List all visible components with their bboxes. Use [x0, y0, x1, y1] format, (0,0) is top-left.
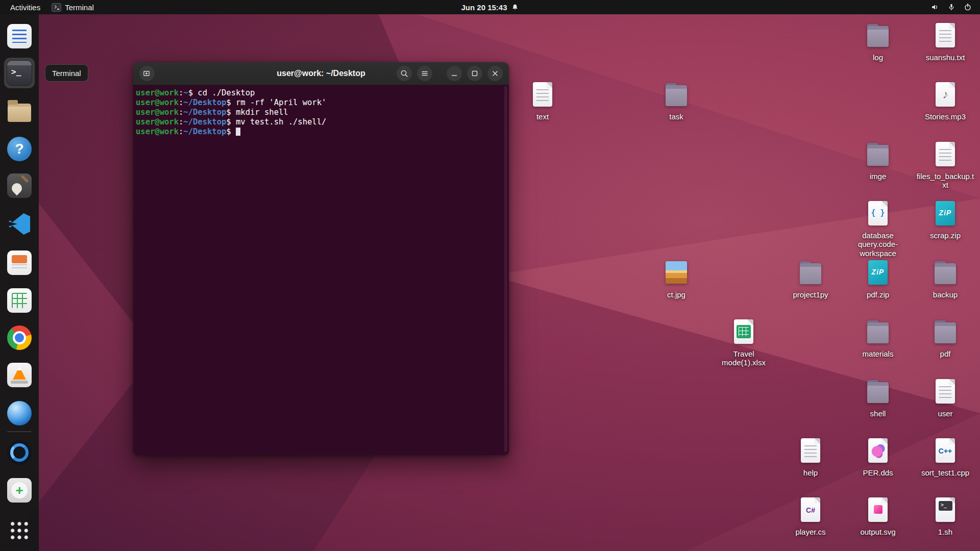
- prompt-separator: :: [179, 117, 183, 127]
- desktop-icon-text[interactable]: text: [512, 81, 573, 121]
- terminal-icon: [52, 3, 61, 12]
- blue-sphere-app-icon: [7, 401, 32, 425]
- terminal-window[interactable]: user@work: ~/Desktop us: [133, 62, 509, 455]
- desktop-icon-sort-test1-cpp[interactable]: C++sort_test1.cpp: [915, 437, 976, 477]
- dock-item-blue-ring-app[interactable]: [4, 437, 35, 468]
- prompt-separator: :: [179, 88, 183, 97]
- terminal-line: user@work:~/Desktop$: [136, 127, 502, 137]
- desktop-icon-user[interactable]: user: [915, 378, 976, 418]
- dock-item-app-grid[interactable]: [4, 515, 35, 546]
- prompt-user: user@work: [136, 108, 179, 117]
- prompt-symbol: $: [226, 117, 236, 127]
- desktop-icon-label: project1py: [793, 290, 828, 299]
- image-file-icon: [662, 259, 691, 288]
- system-status-area[interactable]: [931, 3, 980, 11]
- desktop-icon-per-dds[interactable]: PER.dds: [847, 437, 909, 477]
- desktop-icon-label: text: [536, 112, 549, 121]
- desktop-icon-database-query-code-workspace[interactable]: { }database query.code-workspace: [847, 200, 909, 258]
- dock-item-libreoffice-impress[interactable]: [4, 247, 35, 278]
- desktop-icon-project1py[interactable]: project1py: [780, 259, 841, 299]
- desktop-icon-label: Stories.mp3: [925, 112, 966, 121]
- zip-archive-icon: ZiP: [930, 200, 960, 229]
- desktop-icon-help[interactable]: help: [780, 437, 841, 477]
- dock-item-libreoffice-calc[interactable]: [4, 285, 35, 316]
- prompt-symbol: $: [226, 98, 236, 107]
- desktop-icon-player-cs[interactable]: C#player.cs: [780, 496, 841, 536]
- dock-item-vscode[interactable]: [4, 209, 35, 239]
- prompt-user: user@work: [136, 88, 179, 97]
- menu-button[interactable]: [417, 66, 432, 81]
- dock-item-chrome[interactable]: [4, 322, 35, 353]
- terminal-command: mkdir shell: [236, 108, 288, 117]
- help-icon: ?: [7, 137, 32, 161]
- desktop-icon-suanshu-txt[interactable]: suanshu.txt: [915, 22, 976, 62]
- desktop-icon-task[interactable]: task: [646, 81, 707, 121]
- software-center-glyph: +: [7, 478, 32, 503]
- spreadsheet-file-icon: [729, 318, 758, 347]
- dds-image-file-icon: [863, 437, 893, 466]
- clock-menu[interactable]: Jun 20 15:43: [461, 0, 519, 14]
- desktop-icon-scrap-zip[interactable]: ZiPscrap.zip: [915, 200, 976, 240]
- desktop-icon-label: scrap.zip: [930, 231, 961, 240]
- desktop-icon-label: output.svg: [860, 528, 895, 536]
- desktop-icon-label: ct.jpg: [667, 290, 685, 299]
- cpp-source-file-icon: C++: [930, 437, 960, 466]
- terminal-line: user@work:~/Desktop$ mv test.sh ./shell/: [136, 117, 502, 127]
- desktop-icon-1-sh[interactable]: >_1.sh: [915, 496, 976, 536]
- desktop-icon-materials[interactable]: materials: [847, 318, 909, 358]
- desktop-icon-stories-mp3[interactable]: ♪Stories.mp3: [915, 81, 976, 121]
- desktop-icon-label: player.cs: [795, 528, 825, 536]
- dock-item-help[interactable]: ?: [4, 134, 35, 164]
- new-tab-button[interactable]: [139, 66, 155, 81]
- chrome-icon: [7, 325, 32, 350]
- text-file-icon: [930, 22, 960, 51]
- dock-item-files[interactable]: [4, 95, 35, 126]
- focused-app-indicator[interactable]: Terminal: [52, 3, 94, 12]
- desktop-icon-label: log: [873, 53, 883, 62]
- prompt-separator: :: [179, 98, 183, 107]
- desktop-icon-label: files_to_backup.txt: [915, 172, 976, 190]
- close-button[interactable]: [487, 66, 503, 81]
- files-icon: [8, 104, 31, 122]
- dock-item-gimp[interactable]: [4, 170, 35, 201]
- power-icon: [964, 3, 972, 11]
- desktop-icon-shell[interactable]: shell: [847, 378, 909, 418]
- text-file-icon: [930, 141, 960, 169]
- focused-app-name: Terminal: [65, 3, 94, 12]
- zip-archive-icon: ZiP: [863, 259, 893, 288]
- desktop-icon-pdf[interactable]: pdf: [915, 318, 976, 358]
- document-file-icon: [528, 81, 557, 110]
- libreoffice-impress-icon: [7, 251, 32, 275]
- dock-item-blue-sphere-app[interactable]: [4, 398, 35, 429]
- minimize-button[interactable]: [447, 66, 462, 81]
- desktop-icon-label: PER.dds: [863, 468, 893, 477]
- shell-script-file-icon: >_: [930, 496, 960, 525]
- desktop-icon-label: database query.code-workspace: [847, 231, 909, 258]
- dock-item-vlc[interactable]: [4, 360, 35, 390]
- desktop-icon-files-to-backup-txt[interactable]: files_to_backup.txt: [915, 141, 976, 190]
- desktop-icon-travel-mode-1-xlsx[interactable]: Travel mode(1).xlsx: [713, 318, 774, 367]
- desktop-icon-label: pdf: [940, 349, 951, 358]
- desktop-icon-ct-jpg[interactable]: ct.jpg: [646, 259, 707, 299]
- blue-ring-app-icon: [7, 440, 32, 465]
- prompt-symbol: $: [226, 108, 236, 117]
- desktop-icon-imge[interactable]: imge: [847, 141, 909, 181]
- terminal-output[interactable]: user@work:~$ cd ./Desktopuser@work:~/Des…: [133, 85, 509, 455]
- terminal-titlebar[interactable]: user@work: ~/Desktop: [133, 62, 509, 85]
- terminal-cursor: [236, 128, 240, 136]
- desktop-icon-label: sort_test1.cpp: [921, 468, 969, 477]
- desktop-icon-pdf-zip[interactable]: ZiPpdf.zip: [847, 259, 909, 299]
- terminal-scrollbar[interactable]: [504, 86, 507, 452]
- maximize-button[interactable]: [467, 66, 482, 81]
- desktop-icon-label: help: [803, 468, 818, 477]
- dock-item-libreoffice-writer[interactable]: [4, 21, 35, 52]
- dock-separator: [7, 431, 32, 432]
- desktop-icon-backup[interactable]: backup: [915, 259, 976, 299]
- dock-item-software-center[interactable]: +: [4, 475, 35, 506]
- dock-item-terminal[interactable]: >_: [4, 58, 35, 88]
- search-button[interactable]: [397, 66, 412, 81]
- activities-button[interactable]: Activities: [6, 2, 44, 13]
- folder-icon: [796, 259, 825, 288]
- desktop-icon-log[interactable]: log: [847, 22, 909, 62]
- desktop-icon-output-svg[interactable]: output.svg: [847, 496, 909, 536]
